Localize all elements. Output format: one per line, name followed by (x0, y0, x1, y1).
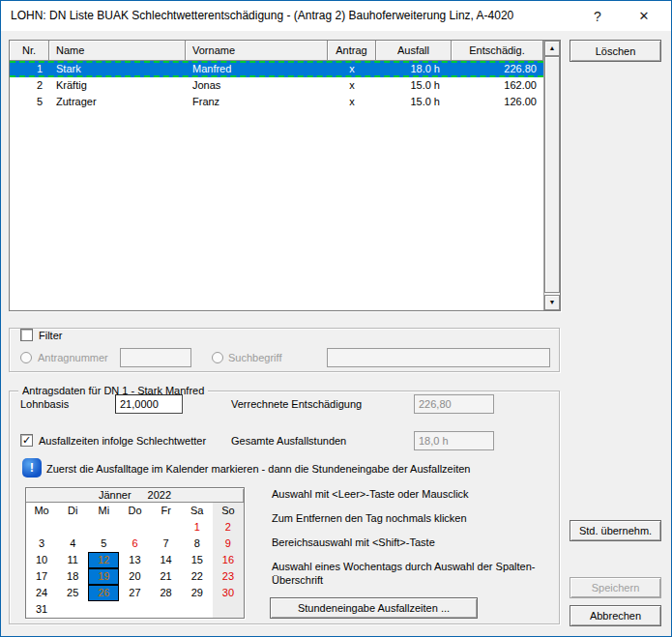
table-cell: Franz (186, 94, 328, 110)
antragnummer-input[interactable] (120, 348, 191, 367)
column-header-vorname[interactable]: Vorname (186, 41, 328, 61)
list-header: Nr. Name Vorname Antrag Ausfall Entschäd… (10, 41, 543, 61)
calendar-day[interactable]: 15 (182, 552, 213, 568)
calendar-day[interactable]: 19 (88, 568, 119, 585)
calendar-day[interactable]: 29 (182, 585, 213, 601)
table-body: 1StarkManfredx18.0 h226.802KräftigJonasx… (10, 61, 543, 110)
table-cell: Manfred (186, 63, 328, 75)
calendar-day[interactable]: 9 (213, 536, 244, 552)
calendar-day[interactable]: 16 (213, 552, 244, 568)
suchbegriff-radio[interactable] (212, 352, 223, 363)
calendar-day[interactable]: 3 (26, 536, 57, 552)
calendar-day[interactable]: 21 (151, 568, 182, 585)
calendar-weekday-header[interactable]: Mo (26, 503, 57, 519)
calendar-day[interactable]: 8 (182, 536, 213, 552)
calendar-weekday-header[interactable]: Do (119, 503, 150, 519)
calendar-day[interactable]: 18 (57, 568, 88, 585)
calendar-empty-cell (213, 601, 244, 618)
table-cell: 1 (10, 63, 49, 75)
lohnbasis-input[interactable]: 21,0000 (115, 394, 183, 414)
lohnbasis-label: Lohnbasis (20, 398, 69, 410)
instruction-text: Auswahl eines Wochentags durch Auswahl d… (272, 560, 567, 587)
employee-list: Nr. Name Vorname Antrag Ausfall Entschäd… (9, 40, 561, 311)
antragnummer-radio[interactable] (20, 352, 32, 363)
calendar-empty-cell (119, 601, 150, 618)
calendar-day[interactable]: 22 (182, 568, 213, 585)
scrollbar-thumb[interactable] (544, 56, 560, 293)
close-icon[interactable]: ✕ (625, 1, 663, 31)
calendar-day[interactable]: 6 (119, 536, 150, 552)
ausfallzeiten-checkbox[interactable]: ✓ (20, 434, 33, 447)
antragnummer-radio-label: Antragnummer (38, 352, 108, 363)
table-cell: 18.0 h (376, 63, 452, 75)
calendar-grid: MoDiMiDoFrSaSo12345678910111213141516171… (26, 503, 244, 618)
suchbegriff-radio-label: Suchbegriff (228, 352, 281, 363)
calendar-day[interactable]: 11 (57, 552, 88, 568)
suchbegriff-input[interactable] (327, 348, 550, 367)
speichern-button: Speichern (570, 577, 661, 598)
calendar-day[interactable]: 5 (88, 536, 119, 552)
calendar-empty-cell (26, 519, 57, 536)
calendar-day[interactable]: 27 (119, 585, 150, 601)
calendar-day[interactable]: 26 (88, 585, 119, 601)
calendar-day[interactable]: 2 (213, 519, 244, 536)
column-header-name[interactable]: Name (49, 41, 186, 61)
table-cell: 15.0 h (376, 94, 452, 110)
calendar-day[interactable]: 23 (213, 568, 244, 585)
calendar-month: Jänner (99, 488, 131, 502)
std-uebernehm-button[interactable]: Std. übernehm. (570, 520, 661, 541)
gesamte-label: Gesamte Ausfallstunden (231, 435, 346, 447)
table-cell: Stark (49, 63, 186, 75)
table-cell: Jonas (186, 77, 328, 94)
vertical-scrollbar[interactable]: ▲ ▼ (543, 41, 560, 310)
column-header-antrag[interactable]: Antrag (328, 41, 376, 61)
table-row[interactable]: 1StarkManfredx18.0 h226.80 (10, 61, 543, 77)
calendar-day[interactable]: 28 (151, 585, 182, 601)
calendar-month-header[interactable]: Jänner 2022 (26, 488, 244, 503)
loeschen-button[interactable]: Löschen (570, 40, 661, 62)
calendar-day[interactable]: 1 (182, 519, 213, 536)
calendar-day[interactable]: 12 (88, 552, 119, 568)
calendar-weekday-header[interactable]: Di (57, 503, 88, 519)
scroll-up-icon[interactable]: ▲ (544, 41, 560, 56)
gesamte-field: 18,0 h (414, 431, 494, 450)
calendar-weekday-header[interactable]: So (213, 503, 244, 519)
calendar-weekday-header[interactable]: Fr (151, 503, 182, 519)
table-cell: x (328, 77, 376, 94)
help-icon[interactable]: ? (578, 1, 617, 31)
calendar-day[interactable]: 24 (26, 585, 57, 601)
scroll-down-icon[interactable]: ▼ (544, 295, 560, 310)
calendar-empty-cell (119, 519, 150, 536)
calendar: Jänner 2022 MoDiMiDoFrSaSo12345678910111… (25, 487, 245, 619)
instruction-text: Bereichsauswahl mit <Shift>-Taste (272, 536, 567, 549)
verrechnete-label: Verrechnete Entschädigung (231, 398, 362, 410)
calendar-day[interactable]: 4 (57, 536, 88, 552)
table-row[interactable]: 2KräftigJonasx15.0 h162.00 (10, 77, 543, 94)
abbrechen-button[interactable]: Abbrechen (570, 605, 661, 626)
calendar-weekday-header[interactable]: Sa (182, 503, 213, 519)
calendar-day[interactable]: 7 (151, 536, 182, 552)
dialog-window: LOHN: DN Liste BUAK Schlechtwetterentsch… (0, 0, 672, 637)
calendar-day[interactable]: 31 (26, 601, 57, 618)
calendar-day[interactable]: 30 (213, 585, 244, 601)
column-header-ausfall[interactable]: Ausfall (376, 41, 452, 61)
instruction-text: Auswahl mit <Leer>-Taste oder Mausclick (272, 487, 567, 501)
table-cell: x (328, 94, 376, 110)
calendar-day[interactable]: 14 (151, 552, 182, 568)
window-title: LOHN: DN Liste BUAK Schlechtwetterentsch… (11, 9, 513, 22)
calendar-day[interactable]: 10 (26, 552, 57, 568)
table-row[interactable]: 5ZutragerFranzx15.0 h126.00 (10, 94, 543, 110)
table-cell: 15.0 h (376, 77, 452, 94)
column-header-nr[interactable]: Nr. (10, 41, 49, 61)
column-header-entschaedig[interactable]: Entschädig. (452, 41, 543, 61)
stundeneingabe-button[interactable]: Stundeneingabe Ausfallzeiten ... (270, 597, 478, 619)
calendar-day[interactable]: 25 (57, 585, 88, 601)
calendar-hint-text: Zuerst die Ausfalltage im Kalender marki… (46, 463, 470, 475)
calendar-empty-cell (57, 601, 88, 618)
calendar-day[interactable]: 17 (26, 568, 57, 585)
calendar-day[interactable]: 20 (119, 568, 150, 585)
filter-checkbox[interactable] (20, 329, 33, 341)
table-cell: Zutrager (49, 94, 186, 110)
calendar-weekday-header[interactable]: Mi (88, 503, 119, 519)
calendar-day[interactable]: 13 (119, 552, 150, 568)
